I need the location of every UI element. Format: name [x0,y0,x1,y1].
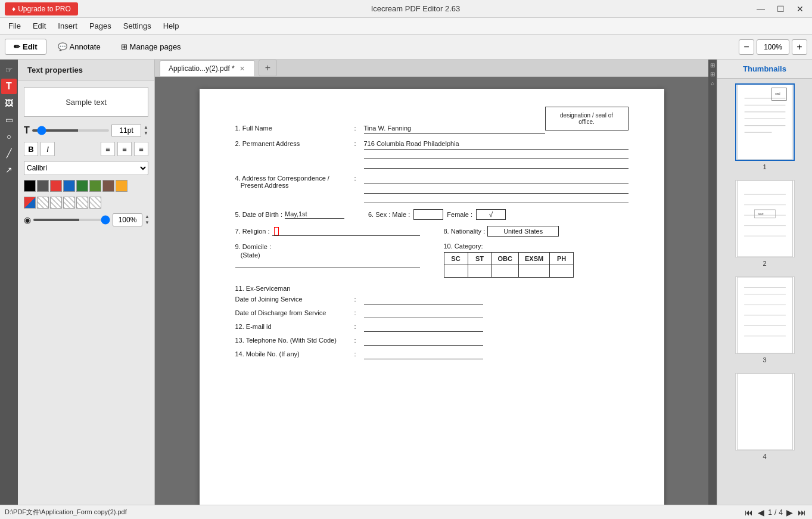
thumb-num-1: 1 [763,163,766,170]
add-tab-button[interactable]: + [259,60,277,76]
image-tool-button[interactable]: 🖼 [1,95,17,111]
zoom-in-button[interactable]: + [792,39,807,55]
text-tool-button[interactable]: T [1,79,17,94]
font-family-select[interactable]: Calibri [24,161,148,175]
first-page-button[interactable]: ⏮ [743,508,754,517]
color-swatch-transparent-5[interactable] [89,197,101,209]
opacity-up-arrow[interactable]: ▲ [145,214,150,220]
color-swatch-lightgreen[interactable] [89,180,101,192]
address-block: 716 Columbia Road Philadelphia [364,140,629,169]
color-swatch-green[interactable] [76,180,88,192]
thumbnail-page-3[interactable]: 3 [717,272,812,368]
status-bar: D:\PDF文件\Application_Form copy(2).pdf ⏮ … [0,505,812,519]
pdf-row-religion-nationality: 7. Religion : 8. Nationality : United St… [235,226,629,237]
expand-mid-right-button[interactable]: ⊞ [710,71,715,77]
opacity-row: ◉ ▲ ▼ [24,213,148,226]
color-swatch-blue[interactable] [63,180,75,192]
color-swatch-brown[interactable] [102,180,114,192]
page-sep: / [774,508,776,517]
color-swatch-transparent-3[interactable] [63,197,75,209]
left-toolbar: ☞ T 🖼 ▭ ○ ╱ ↗ [0,60,18,505]
menu-item-edit[interactable]: Edit [27,19,52,33]
menu-item-help[interactable]: Help [157,19,185,33]
next-page-button[interactable]: ▶ [785,508,794,517]
nationality-group: 8. Nationality : United States [444,226,629,237]
opacity-down-arrow[interactable]: ▼ [145,220,150,226]
zoom-level-input[interactable] [757,39,789,55]
menu-item-file[interactable]: File [2,19,27,33]
thumbnail-page-1[interactable]: seal 1 [717,79,812,175]
minimize-button[interactable]: — [753,3,769,15]
font-size-up-arrow[interactable]: ▲ [144,125,148,130]
menu-item-pages[interactable]: Pages [83,19,117,33]
font-size-input[interactable] [111,124,141,137]
thumbnail-page-2[interactable]: text 2 [717,175,812,272]
opacity-icon: ◉ [24,215,31,225]
menu-bar: FileEditInsertPagesSettingsHelp [0,18,812,35]
expand-top-right-button[interactable]: ⊞ [710,62,715,69]
align-center-button[interactable]: ≡ [117,142,132,156]
font-size-down-arrow[interactable]: ▼ [144,130,148,136]
maximize-button[interactable]: ☐ [773,3,788,15]
opacity-slider[interactable] [33,219,110,221]
color-swatch-transparent-2[interactable] [50,197,62,209]
annotate-button[interactable]: 💬 Annotate [49,39,110,55]
toolbar: ✏ Edit 💬 Annotate ⊞ Manage pages − + [0,35,812,60]
zoom-controls: − + [739,39,807,55]
last-page-button[interactable]: ⏭ [797,508,807,517]
align-right-button[interactable]: ≡ [134,142,148,156]
font-family-row: Calibri [24,161,148,175]
page-total: 4 [779,508,783,517]
upgrade-button[interactable]: ♦ Upgrade to PRO [5,2,78,15]
search-right-button[interactable]: ⌕ [711,80,714,86]
pdf-row-domicile-category: 9. Domicile : (State) 10. Category: SC S… [235,243,629,278]
color-swatch-red[interactable] [50,180,62,192]
pdf-row-dob-sex: 5. Date of Birth : May,1st 6. Sex : Male… [235,209,629,220]
cat-st-val [468,265,491,278]
font-size-slider[interactable] [32,129,109,132]
menu-item-settings[interactable]: Settings [117,19,157,33]
prev-page-button[interactable]: ◀ [757,508,766,517]
rect-tool-button[interactable]: ▭ [1,112,17,128]
right-panel: ⊞ ⊞ ⌕ Thumbnails [708,60,812,505]
arrow-tool-button[interactable]: ↗ [1,162,17,178]
discharge-row: Date of Discharge from Service : [235,309,629,318]
cat-obc-val [491,265,518,278]
color-swatch-transparent-4[interactable] [76,197,88,209]
thumbnail-page-4[interactable]: 4 [717,368,812,465]
sex-female-label: Female : [447,211,472,218]
fullname-value: Tina W. Fanning [364,125,545,134]
opacity-input[interactable] [113,213,142,226]
pdf-tab[interactable]: Applicatio...y(2).pdf * ✕ [160,60,255,76]
italic-button[interactable]: I [41,142,55,156]
joining-row: Date of Joining Service : [235,296,629,304]
tab-close-button[interactable]: ✕ [238,65,246,73]
pdf-viewer[interactable]: designation / seal ofoffice. 1. Full Nam… [155,77,708,505]
thumb-img-4 [735,373,795,450]
edit-icon: ✏ [14,42,20,51]
religion-value-wrap [272,226,420,236]
title-bar: ♦ Upgrade to PRO Icecream PDF Editor 2.6… [0,0,812,18]
zoom-out-button[interactable]: − [739,39,754,55]
close-button[interactable]: ✕ [793,3,807,15]
color-swatch-custom[interactable] [24,197,36,209]
line-tool-button[interactable]: ╱ [1,145,17,161]
color-swatch-yellow[interactable] [116,180,127,192]
menu-item-insert[interactable]: Insert [52,19,83,33]
align-left-button[interactable]: ≡ [101,142,115,156]
address-line2 [364,150,629,159]
manage-pages-button[interactable]: ⊞ Manage pages [112,39,190,55]
circle-tool-button[interactable]: ○ [1,129,17,144]
svg-text:text: text [758,212,764,216]
color-swatch-darkgray[interactable] [37,180,49,192]
thumb-num-2: 2 [763,260,766,267]
color-swatch-transparent-1[interactable] [37,197,49,209]
pan-tool-button[interactable]: ☞ [1,62,17,77]
bold-button[interactable]: B [24,142,38,156]
domicile-value [235,259,420,268]
color-swatch-black[interactable] [24,180,36,192]
svg-rect-0 [738,85,792,160]
edit-button[interactable]: ✏ Edit [5,39,46,55]
svg-rect-9 [737,181,792,257]
right-expanders: ⊞ ⊞ ⌕ [708,60,717,505]
